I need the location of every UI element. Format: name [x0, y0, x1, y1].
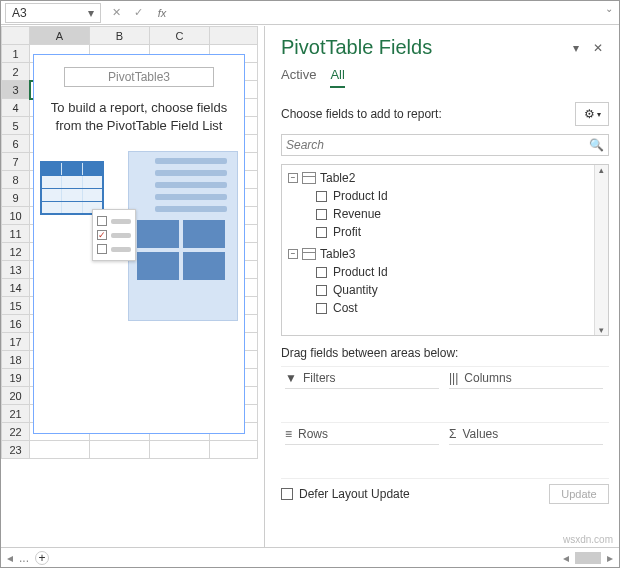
col-header-b[interactable]: B — [90, 27, 150, 45]
search-icon[interactable]: 🔍 — [589, 138, 604, 152]
rows-icon: ≡ — [285, 427, 292, 441]
field-item[interactable]: Product Id — [316, 263, 604, 281]
pivottable-placeholder[interactable]: PivotTable3 To build a report, choose fi… — [33, 54, 245, 434]
row-header[interactable]: 21 — [2, 405, 30, 423]
col-header-c[interactable]: C — [150, 27, 210, 45]
filter-icon: ▼ — [285, 371, 297, 385]
checkbox[interactable] — [316, 227, 327, 238]
scroll-down-icon[interactable]: ▾ — [599, 325, 604, 335]
row-header[interactable]: 5 — [2, 117, 30, 135]
row-header[interactable]: 6 — [2, 135, 30, 153]
row-header[interactable]: 8 — [2, 171, 30, 189]
chevron-down-icon[interactable]: ▾ — [88, 6, 94, 20]
rows-area[interactable]: ≡Rows — [281, 423, 445, 479]
row-header[interactable]: 16 — [2, 315, 30, 333]
hscroll-left-icon[interactable]: ◂ — [563, 551, 569, 565]
name-box-value: A3 — [12, 6, 27, 20]
select-all-corner[interactable] — [2, 27, 30, 45]
row-header[interactable]: 7 — [2, 153, 30, 171]
tools-button[interactable]: ⚙▾ — [575, 102, 609, 126]
row-header[interactable]: 4 — [2, 99, 30, 117]
fx-button[interactable]: fx — [149, 7, 171, 19]
pane-title: PivotTable Fields — [281, 36, 565, 59]
row-header[interactable]: 9 — [2, 189, 30, 207]
scroll-up-icon[interactable]: ▴ — [599, 165, 604, 175]
table-node[interactable]: −Table3 — [288, 245, 604, 263]
table-node[interactable]: −Table2 — [288, 169, 604, 187]
checkbox[interactable] — [316, 209, 327, 220]
tab-all[interactable]: All — [330, 67, 344, 88]
row-header[interactable]: 10 — [2, 207, 30, 225]
row-header[interactable]: 15 — [2, 297, 30, 315]
row-header[interactable]: 12 — [2, 243, 30, 261]
checkbox[interactable] — [316, 267, 327, 278]
col-header-a[interactable]: A — [30, 27, 90, 45]
checkbox[interactable] — [316, 303, 327, 314]
row-header[interactable]: 11 — [2, 225, 30, 243]
defer-checkbox[interactable] — [281, 488, 293, 500]
table-name: Table2 — [320, 171, 355, 185]
row-header[interactable]: 17 — [2, 333, 30, 351]
pivottable-fields-pane: PivotTable Fields ▾ ✕ Active All Choose … — [267, 26, 619, 547]
table-icon — [302, 172, 316, 184]
area-label: Rows — [298, 427, 328, 441]
field-label: Product Id — [333, 265, 388, 279]
field-item[interactable]: Revenue — [316, 205, 604, 223]
filters-area[interactable]: ▼Filters — [281, 367, 445, 423]
status-bar: ◂ ... + ◂ ▸ — [1, 547, 619, 567]
expand-formula-bar-icon[interactable]: ⌄ — [605, 3, 613, 14]
accept-formula-icon: ✓ — [127, 6, 149, 19]
collapse-icon[interactable]: − — [288, 173, 298, 183]
row-header[interactable]: 1 — [2, 45, 30, 63]
defer-label: Defer Layout Update — [299, 487, 410, 501]
area-label: Filters — [303, 371, 336, 385]
field-label: Profit — [333, 225, 361, 239]
cancel-formula-icon: ✕ — [105, 6, 127, 19]
checkbox[interactable] — [316, 191, 327, 202]
field-list: −Table2 Product Id Revenue Profit −Table… — [281, 164, 609, 336]
field-item[interactable]: Product Id — [316, 187, 604, 205]
hscroll-right-icon[interactable]: ▸ — [607, 551, 613, 565]
row-header[interactable]: 13 — [2, 261, 30, 279]
table-name: Table3 — [320, 247, 355, 261]
sheet-nav-first-icon[interactable]: ◂ — [7, 551, 13, 565]
formula-bar: A3 ▾ ✕ ✓ fx ⌄ — [1, 1, 619, 25]
gear-icon: ⚙ — [584, 107, 595, 121]
field-label: Quantity — [333, 283, 378, 297]
field-search[interactable]: 🔍 — [281, 134, 609, 156]
row-header[interactable]: 20 — [2, 387, 30, 405]
row-header[interactable]: 3 — [2, 81, 30, 99]
hscroll-thumb[interactable] — [575, 552, 601, 564]
row-header[interactable]: 14 — [2, 279, 30, 297]
close-icon[interactable]: ✕ — [587, 41, 609, 55]
row-header[interactable]: 22 — [2, 423, 30, 441]
search-input[interactable] — [286, 138, 589, 152]
choose-fields-label: Choose fields to add to report: — [281, 107, 569, 121]
columns-area[interactable]: |||Columns — [445, 367, 609, 423]
col-header[interactable] — [210, 27, 258, 45]
collapse-icon[interactable]: − — [288, 249, 298, 259]
row-header[interactable]: 18 — [2, 351, 30, 369]
tab-active[interactable]: Active — [281, 67, 316, 88]
pivottable-name: PivotTable3 — [64, 67, 214, 87]
values-area[interactable]: ΣValues — [445, 423, 609, 479]
name-box[interactable]: A3 ▾ — [5, 3, 101, 23]
checkbox[interactable] — [316, 285, 327, 296]
field-list-tabs: Active All — [281, 67, 609, 88]
row-header[interactable]: 2 — [2, 63, 30, 81]
pane-options-icon[interactable]: ▾ — [565, 41, 587, 55]
field-item[interactable]: Quantity — [316, 281, 604, 299]
field-item[interactable]: Cost — [316, 299, 604, 317]
row-header[interactable]: 23 — [2, 441, 30, 459]
update-button: Update — [549, 484, 609, 504]
sheet-nav-prev-icon[interactable]: ... — [19, 551, 29, 565]
row-header[interactable]: 19 — [2, 369, 30, 387]
new-sheet-icon[interactable]: + — [35, 551, 49, 565]
fx-label: fx — [158, 7, 167, 19]
worksheet[interactable]: A B C 1 2 3 4 5 6 7 8 9 10 11 12 13 14 1… — [1, 26, 265, 547]
field-item[interactable]: Profit — [316, 223, 604, 241]
layout-areas: ▼Filters |||Columns ≡Rows ΣValues — [281, 366, 609, 478]
scrollbar[interactable]: ▴▾ — [594, 165, 608, 335]
field-label: Product Id — [333, 189, 388, 203]
columns-icon: ||| — [449, 371, 458, 385]
